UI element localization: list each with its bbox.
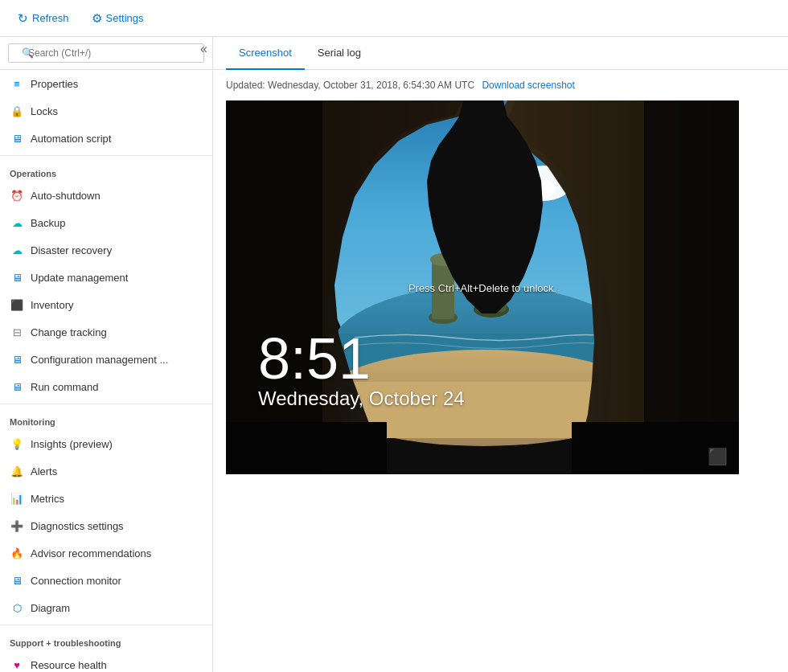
lockscreen-unlock-hint: Press Ctrl+Alt+Delete to unlock. (408, 281, 556, 293)
run-command-icon: 🖥 (10, 379, 24, 394)
tab-serial-log[interactable]: Serial log (305, 37, 374, 70)
insights-icon: 💡 (10, 436, 24, 451)
sidebar-item-label: Run command (31, 381, 99, 393)
tab-screenshot[interactable]: Screenshot (226, 37, 305, 70)
divider (0, 155, 212, 156)
screenshot-container: Press Ctrl+Alt+Delete to unlock. 8:51 We… (226, 100, 739, 474)
sidebar-item-label: Locks (31, 105, 58, 117)
lockscreen-time: 8:51 (258, 330, 465, 387)
sidebar-item-locks[interactable]: 🔒 Locks (0, 97, 212, 125)
sidebar-collapse-button[interactable]: « (200, 42, 207, 56)
lockscreen-text-area: 8:51 Wednesday, October 24 (258, 330, 465, 410)
tab-serial-log-label: Serial log (318, 47, 361, 59)
content-area: Screenshot Serial log Updated: Wednesday… (213, 37, 788, 672)
sidebar-item-update-management[interactable]: 🖥 Update management (0, 264, 212, 291)
sidebar-item-label: Update management (31, 272, 128, 284)
sidebar-item-label: Diagnostics settings (31, 520, 124, 532)
change-tracking-icon: ⊟ (10, 325, 24, 339)
sidebar-item-label: Insights (preview) (31, 438, 113, 450)
unlock-hint-text: Press Ctrl+Alt+Delete to unlock. (408, 281, 556, 293)
sidebar-item-label: Configuration management ... (31, 354, 168, 366)
sidebar-item-label: Backup (31, 217, 65, 229)
section-label-operations: Operations (0, 159, 212, 182)
sidebar-item-label: Diagram (31, 602, 70, 614)
sidebar-item-label: Metrics (31, 493, 64, 505)
sidebar-item-alerts[interactable]: 🔔 Alerts (0, 457, 212, 485)
search-icon: 🔍 (22, 47, 34, 59)
update-management-icon: 🖥 (10, 270, 24, 285)
divider-monitoring (0, 404, 212, 404)
sidebar-item-label: Auto-shutdown (31, 190, 101, 202)
monitor-icon: ⬛ (708, 447, 728, 466)
sidebar: « 🔍 ≡ Properties 🔒 Locks 🖥 Automation sc… (0, 37, 213, 672)
tab-screenshot-label: Screenshot (239, 47, 292, 59)
refresh-button[interactable]: ↻ Refresh (13, 8, 74, 29)
sidebar-item-metrics[interactable]: 📊 Metrics (0, 485, 212, 512)
divider-support (0, 625, 212, 625)
configuration-icon: 🖥 (10, 352, 24, 367)
section-label-support: Support + troubleshooting (0, 629, 212, 651)
sidebar-search-area: 🔍 (0, 37, 212, 70)
inventory-icon: ⬛ (10, 297, 24, 312)
sidebar-item-label: Automation script (31, 133, 111, 145)
refresh-icon: ↻ (18, 11, 28, 26)
main-layout: « 🔍 ≡ Properties 🔒 Locks 🖥 Automation sc… (0, 37, 788, 672)
svg-rect-19 (226, 100, 322, 474)
disaster-recovery-icon: ☁ (10, 243, 24, 257)
download-screenshot-link[interactable]: Download screenshot (482, 80, 574, 91)
metrics-icon: 📊 (10, 491, 24, 506)
sidebar-item-run-command[interactable]: 🖥 Run command (0, 373, 212, 400)
sidebar-item-automation[interactable]: 🖥 Automation script (0, 125, 212, 152)
diagnostics-icon: ➕ (10, 518, 24, 533)
sidebar-item-insights[interactable]: 💡 Insights (preview) (0, 430, 212, 457)
svg-rect-20 (644, 100, 739, 474)
sidebar-item-diagram[interactable]: ⬡ Diagram (0, 594, 212, 621)
sidebar-item-label: Inventory (31, 299, 73, 311)
sidebar-item-auto-shutdown[interactable]: ⏰ Auto-shutdown (0, 182, 212, 209)
automation-icon: 🖥 (10, 131, 24, 145)
refresh-label: Refresh (32, 12, 69, 24)
sidebar-item-advisor[interactable]: 🔥 Advisor recommendations (0, 539, 212, 567)
sidebar-item-disaster-recovery[interactable]: ☁ Disaster recovery (0, 236, 212, 264)
sidebar-item-label: Alerts (31, 465, 57, 477)
sidebar-item-diagnostics[interactable]: ➕ Diagnostics settings (0, 512, 212, 539)
resource-health-icon: ♥ (10, 658, 24, 672)
tab-bar: Screenshot Serial log (213, 37, 788, 70)
search-input[interactable] (8, 43, 204, 63)
sidebar-item-inventory[interactable]: ⬛ Inventory (0, 291, 212, 318)
properties-icon: ≡ (10, 76, 24, 91)
sidebar-item-label: Properties (31, 78, 78, 90)
content-body: Updated: Wednesday, October 31, 2018, 6:… (213, 70, 788, 484)
section-label-monitoring: Monitoring (0, 408, 212, 430)
sidebar-item-label: Resource health (31, 659, 107, 671)
auto-shutdown-icon: ⏰ (10, 188, 24, 203)
toolbar: ↻ Refresh ⚙ Settings (0, 0, 788, 37)
update-text: Updated: Wednesday, October 31, 2018, 6:… (226, 80, 474, 91)
sidebar-item-properties[interactable]: ≡ Properties (0, 70, 212, 97)
settings-button[interactable]: ⚙ Settings (87, 8, 149, 29)
advisor-icon: 🔥 (10, 546, 24, 560)
sidebar-item-resource-health[interactable]: ♥ Resource health (0, 651, 212, 672)
sidebar-item-label: Disaster recovery (31, 244, 112, 256)
alerts-icon: 🔔 (10, 464, 24, 478)
sidebar-item-backup[interactable]: ☁ Backup (0, 209, 212, 236)
settings-label: Settings (106, 12, 144, 24)
sidebar-item-label: Advisor recommendations (31, 547, 151, 559)
diagram-icon: ⬡ (10, 600, 24, 615)
sidebar-item-change-tracking[interactable]: ⊟ Change tracking (0, 318, 212, 346)
lock-icon: 🔒 (10, 104, 24, 118)
backup-icon: ☁ (10, 215, 24, 230)
sidebar-item-label: Connection monitor (31, 575, 121, 587)
update-info: Updated: Wednesday, October 31, 2018, 6:… (226, 80, 775, 91)
sidebar-item-connection-monitor[interactable]: 🖥 Connection monitor (0, 567, 212, 594)
connection-monitor-icon: 🖥 (10, 573, 24, 588)
lockscreen-date: Wednesday, October 24 (258, 387, 465, 410)
sidebar-item-label: Change tracking (31, 326, 107, 338)
settings-icon: ⚙ (92, 11, 102, 26)
sidebar-item-configuration-management[interactable]: 🖥 Configuration management ... (0, 346, 212, 373)
